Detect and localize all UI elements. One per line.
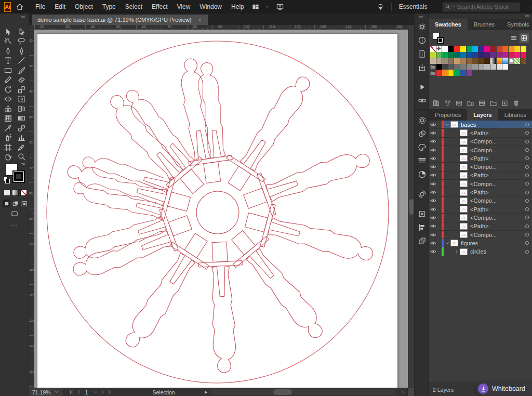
layer-name[interactable]: <Path> — [470, 189, 522, 195]
next-artboard-button[interactable] — [100, 389, 105, 395]
layer-row-body[interactable]: <Path> — [444, 154, 532, 162]
layer-name[interactable]: <Compo... — [470, 164, 522, 170]
search-input[interactable] — [457, 4, 517, 10]
vertical-ruler[interactable]: 2030405060708090100110120130140150 — [29, 30, 34, 388]
layer-thumbnail[interactable] — [460, 180, 468, 187]
swatch[interactable] — [472, 52, 478, 58]
color-icon[interactable] — [415, 113, 429, 127]
swatch[interactable] — [514, 46, 521, 52]
layer-row-bases[interactable]: bases — [429, 121, 532, 129]
layer-thumbnail[interactable] — [450, 240, 458, 246]
minimize-button[interactable] — [525, 1, 532, 13]
layer-row-compo[interactable]: <Compo... — [429, 231, 532, 239]
layer-name[interactable]: <Path> — [470, 155, 522, 162]
vertical-scrollbar[interactable] — [408, 25, 414, 388]
tab-properties[interactable]: Properties — [429, 109, 467, 121]
layer-row-body[interactable]: <Compo... — [444, 231, 532, 239]
swatch[interactable] — [436, 52, 443, 58]
swatch[interactable] — [472, 58, 478, 64]
last-artboard-button[interactable] — [107, 389, 113, 395]
illustrator-logo[interactable]: Ai — [4, 2, 11, 12]
tool-pencil[interactable] — [1, 75, 15, 85]
swatch-options-icon[interactable] — [456, 100, 462, 107]
tool-direct-selection[interactable] — [15, 27, 28, 37]
swatch[interactable] — [454, 46, 460, 52]
target-circle-icon[interactable] — [522, 147, 532, 153]
target-circle-icon[interactable] — [522, 198, 532, 204]
menu-file[interactable]: File — [31, 1, 50, 12]
pattern-icon[interactable] — [415, 207, 429, 220]
visibility-eye-icon[interactable] — [429, 164, 437, 170]
tool-paintbrush[interactable] — [15, 65, 28, 75]
chevron-down-icon[interactable] — [262, 5, 273, 9]
target-circle-icon[interactable] — [522, 122, 532, 127]
layer-name[interactable]: <Path> — [470, 206, 522, 213]
tool-selection[interactable] — [1, 27, 15, 37]
tool-magic-wand[interactable] — [1, 37, 15, 47]
swatch-grad-bw[interactable] — [490, 58, 497, 64]
layer-row-path[interactable]: <Path> — [429, 205, 532, 214]
document-info-icon[interactable] — [415, 47, 429, 60]
layer-row-body[interactable]: figures — [444, 239, 532, 247]
chevron-right-icon[interactable] — [453, 249, 460, 254]
target-circle-icon[interactable] — [522, 173, 532, 178]
layer-thumbnail[interactable] — [460, 248, 468, 255]
align-icon[interactable] — [415, 220, 429, 234]
tool-rotate[interactable] — [1, 85, 15, 95]
visibility-eye-icon[interactable] — [429, 138, 437, 144]
tool-zoom[interactable] — [15, 152, 28, 162]
canvas-area[interactable] — [34, 30, 408, 388]
color-group-folder[interactable] — [430, 64, 436, 70]
target-circle-icon[interactable] — [522, 206, 532, 212]
layer-row-body[interactable]: <Path> — [444, 222, 532, 230]
tab-brushes[interactable]: Brushes — [468, 19, 501, 30]
tab-layers[interactable]: Layers — [467, 109, 498, 121]
swatch[interactable] — [467, 64, 473, 70]
swatch[interactable] — [497, 64, 503, 70]
target-circle-icon[interactable] — [522, 249, 532, 255]
tool-symbol-sprayer[interactable] — [1, 133, 15, 143]
layer-row-body[interactable]: <Path> — [444, 188, 532, 196]
layer-row-compo[interactable]: <Compo... — [429, 146, 532, 154]
transform-icon[interactable] — [415, 234, 429, 247]
swatch[interactable] — [502, 52, 509, 58]
layer-row-body[interactable]: <Compo... — [444, 163, 532, 170]
visibility-eye-icon[interactable] — [429, 189, 437, 195]
chevron-down-icon[interactable] — [444, 241, 450, 246]
stroke-panel-icon[interactable] — [415, 154, 429, 167]
visibility-eye-icon[interactable] — [429, 130, 437, 136]
layer-name[interactable]: <Path> — [470, 223, 522, 229]
menu-type[interactable]: Type — [98, 1, 121, 12]
swatch[interactable] — [460, 46, 467, 52]
target-circle-icon[interactable] — [522, 181, 532, 187]
tool-curvature[interactable] — [15, 46, 28, 56]
gear-icon[interactable] — [415, 20, 429, 33]
target-circle-icon[interactable] — [522, 223, 532, 229]
links-icon[interactable] — [415, 94, 429, 107]
scroll-right-icon[interactable] — [400, 390, 407, 395]
horizontal-scrollbar[interactable] — [210, 389, 396, 395]
visibility-eye-icon[interactable] — [429, 197, 437, 204]
swatch[interactable] — [478, 46, 485, 52]
tool-graph[interactable] — [15, 133, 28, 143]
swatch[interactable] — [448, 70, 455, 76]
swatch-kinds-icon[interactable] — [444, 100, 451, 107]
zoom-level-dropdown[interactable]: 71.19% — [29, 388, 62, 396]
target-circle-icon[interactable] — [522, 164, 532, 170]
swatch[interactable] — [502, 64, 509, 70]
tool-eyedropper[interactable] — [1, 123, 15, 133]
screen-mode-button[interactable] — [0, 210, 29, 217]
target-circle-icon[interactable] — [522, 130, 532, 136]
stroke-swatch[interactable] — [12, 170, 25, 183]
target-circle-icon[interactable] — [522, 215, 532, 220]
layer-row-circles[interactable]: circles — [429, 247, 532, 256]
swatch[interactable] — [478, 58, 485, 64]
swatch[interactable] — [484, 52, 490, 58]
close-icon[interactable] — [198, 18, 203, 22]
layer-row-path[interactable]: <Path> — [429, 188, 532, 196]
layer-thumbnail[interactable] — [460, 155, 468, 162]
swatch[interactable] — [454, 64, 460, 70]
swatch[interactable] — [460, 64, 467, 70]
tool-perspective-grid[interactable] — [15, 104, 28, 114]
appearance-icon[interactable] — [415, 187, 429, 201]
